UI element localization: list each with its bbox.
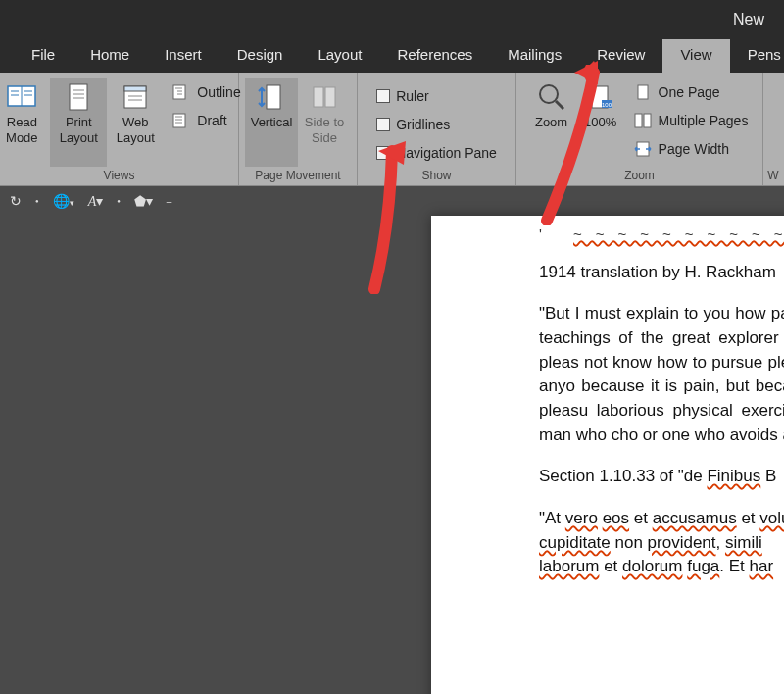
paragraph-2: "At vero eos et accusamus et voluptatum … (539, 507, 784, 579)
draft-icon (172, 112, 191, 129)
multiple-pages-label: Multiple Pages (659, 113, 749, 128)
hundred-percent-label: 100% (584, 115, 616, 130)
multiple-pages-icon (633, 112, 653, 129)
read-mode-button[interactable]: Read Mode (0, 78, 50, 167)
text-effects-icon[interactable]: A▾ (88, 193, 104, 210)
outline-button[interactable]: Outline (168, 80, 244, 104)
ribbon-group-show: Ruler Gridlines Navigation Pane Show (358, 73, 516, 185)
outline-icon (172, 83, 191, 101)
tab-layout[interactable]: Layout (300, 39, 379, 73)
bullet-icon[interactable]: ● (117, 198, 121, 204)
tab-home[interactable]: Home (73, 39, 147, 73)
svg-rect-11 (124, 86, 146, 91)
svg-rect-22 (267, 85, 280, 109)
checkbox-icon (376, 89, 390, 103)
checkbox-icon (376, 118, 390, 131)
redo-icon[interactable]: ↻ (10, 193, 22, 209)
document-title: New (733, 11, 764, 28)
ribbon-group-zoom: Zoom 100 100% One Page (516, 73, 763, 185)
side-to-side-button[interactable]: Side to Side (298, 78, 351, 167)
gridlines-label: Gridlines (396, 117, 450, 132)
ribbon: Read Mode Print Layout Web Layout (0, 73, 784, 186)
svg-rect-6 (70, 84, 87, 110)
show-group-label: Show (421, 167, 451, 185)
window-partial: W (767, 167, 778, 185)
multiple-pages-button[interactable]: Multiple Pages (629, 109, 753, 132)
ribbon-tabstrip: File Home Insert Design Layout Reference… (0, 39, 784, 73)
web-layout-button[interactable]: Web Layout (107, 78, 164, 167)
page-width-icon (633, 140, 653, 158)
svg-rect-32 (644, 114, 651, 127)
ribbon-group-views: Read Mode Print Layout Web Layout (0, 73, 239, 185)
magnifier-icon (535, 82, 568, 112)
vertical-icon (255, 82, 288, 112)
vertical-button[interactable]: Vertical (245, 78, 298, 167)
read-mode-icon (5, 82, 38, 112)
draft-label: Draft (197, 113, 226, 128)
hundred-percent-icon: 100 (584, 82, 617, 112)
hundred-percent-button[interactable]: 100 100% (576, 78, 625, 167)
tab-file[interactable]: File (14, 39, 73, 73)
tab-mailings[interactable]: Mailings (490, 39, 579, 73)
paragraph-1: "But I must explain to you how pain was … (539, 302, 784, 447)
web-layout-label: Web Layout (107, 115, 164, 145)
globe-icon[interactable]: 🌐▾ (53, 193, 74, 209)
svg-point-25 (540, 85, 558, 103)
draft-button[interactable]: Draft (168, 109, 244, 132)
tab-references[interactable]: References (379, 39, 490, 73)
outline-label: Outline (197, 84, 240, 100)
document-page: ' ~~~~~~~~~~ ' 1914 translation by H. Ra… (431, 216, 784, 694)
side-to-side-icon (308, 82, 341, 112)
tab-pens[interactable]: Pens (730, 39, 784, 73)
shape-icon[interactable]: ⬟▾ (134, 193, 153, 209)
page-width-label: Page Width (659, 141, 729, 157)
side-to-side-label: Side to Side (298, 115, 351, 145)
bullet-icon[interactable]: ● (35, 198, 39, 204)
svg-rect-24 (325, 87, 335, 107)
svg-line-26 (556, 101, 564, 109)
svg-rect-14 (173, 85, 185, 99)
svg-rect-30 (638, 85, 648, 99)
document-area[interactable]: ' ~~~~~~~~~~ ' 1914 translation by H. Ra… (0, 216, 784, 694)
one-page-icon (633, 83, 653, 101)
ruler-checkbox[interactable]: Ruler (372, 84, 501, 108)
tab-view[interactable]: View (662, 39, 729, 73)
svg-rect-23 (314, 87, 323, 107)
vertical-label: Vertical (251, 115, 293, 130)
top-special-line: ' ~~~~~~~~~~ ' (539, 223, 784, 245)
views-group-label: Views (104, 167, 135, 185)
one-page-label: One Page (659, 84, 720, 100)
navigation-pane-label: Navigation Pane (396, 145, 497, 161)
checkbox-icon (376, 146, 390, 160)
svg-text:100: 100 (602, 102, 612, 108)
svg-rect-18 (173, 114, 185, 127)
ruler-label: Ruler (396, 88, 428, 104)
quick-access-bar: ↻ ● 🌐▾ A▾ ● ⬟▾ – (0, 186, 784, 216)
print-layout-icon (62, 82, 95, 112)
heading-1914: 1914 translation by H. Rackham (539, 261, 784, 285)
zoom-button[interactable]: Zoom (527, 78, 576, 167)
tab-insert[interactable]: Insert (147, 39, 220, 73)
zoom-group-label: Zoom (624, 167, 655, 185)
one-page-button[interactable]: One Page (629, 80, 753, 104)
gridlines-checkbox[interactable]: Gridlines (372, 113, 501, 136)
ribbon-group-page-movement: Vertical Side to Side Page Movement (239, 73, 358, 185)
page-movement-group-label: Page Movement (255, 167, 340, 185)
web-layout-icon (119, 82, 152, 112)
navigation-pane-checkbox[interactable]: Navigation Pane (372, 141, 501, 165)
print-layout-button[interactable]: Print Layout (50, 78, 107, 167)
svg-rect-31 (635, 114, 642, 127)
tab-design[interactable]: Design (220, 39, 301, 73)
dash-icon[interactable]: – (167, 196, 172, 207)
title-bar: New (0, 0, 784, 39)
zoom-label: Zoom (535, 115, 567, 130)
print-layout-label: Print Layout (50, 115, 107, 145)
tab-review[interactable]: Review (579, 39, 662, 73)
heading-section: Section 1.10.33 of "de Finibus B (539, 465, 784, 489)
ribbon-group-window: W (763, 73, 783, 185)
read-mode-label: Read Mode (0, 115, 50, 145)
page-width-button[interactable]: Page Width (629, 137, 753, 161)
